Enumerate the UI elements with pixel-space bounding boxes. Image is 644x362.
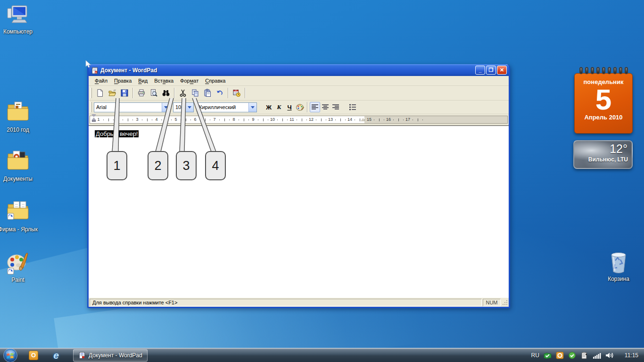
num-lock-indicator: NUM [483,299,501,306]
toolbar-grip[interactable] [91,88,92,98]
new-button[interactable] [94,87,106,99]
toolbar-separator [132,88,133,98]
menu-item-3[interactable]: Вид [135,77,151,84]
chevron-down-icon[interactable] [185,103,193,112]
weather-temperature: 12° [610,142,627,156]
cut-button[interactable] [177,87,189,99]
desktop-icon-computer[interactable]: Компьютер [0,3,38,35]
tray-action-center-icon[interactable] [580,352,588,359]
desktop-icon-firma-shortcut[interactable]: Фирма - Ярлык [0,199,38,233]
computer-icon [0,3,38,27]
desktop-icon-label: Компьютер [0,28,38,35]
date-time-button[interactable]: 12 [231,87,242,99]
desktop-icon-label: Paint [0,277,38,284]
palette-icon [296,103,304,111]
wordpad-window: a Документ - WordPad _ ❐ ✕ ФайлПравкаВид… [87,64,510,308]
bullets-icon [349,104,356,110]
system-tray: RU 11:15 [531,352,644,359]
save-button[interactable] [119,87,130,99]
title-bar[interactable]: a Документ - WordPad _ ❐ ✕ [89,64,509,76]
menu-item-6[interactable]: Справка [202,77,229,84]
right-indent-marker[interactable] [361,118,365,121]
font-size-combo[interactable]: 10 [173,102,194,112]
left-indent-marker[interactable] [92,120,96,122]
font-name-value: Arial [94,103,162,112]
undo-button[interactable] [214,87,225,99]
desktop-icon-folder-2010[interactable]: 2010 год [0,100,38,134]
desktop-icon-recycle-bin[interactable]: Корзина [599,250,638,283]
font-size-value: 10 [173,103,185,112]
desktop-icon-paint[interactable]: Paint [0,251,38,284]
menu-item-5[interactable]: Формат [177,77,202,84]
font-name-combo[interactable]: Arial [94,102,170,112]
undo-icon [215,89,224,97]
status-text: Для вывода справки нажмите <F1> [90,299,482,306]
close-button[interactable]: ✕ [497,66,507,75]
print-preview-icon [149,89,158,97]
callout-2-cut: 2 [148,151,168,180]
maximize-button[interactable]: ❐ [486,66,496,75]
calendar-month-year: Апрель 2010 [575,114,632,121]
print-button[interactable] [136,87,147,99]
format-toolbar: Arial 10 Кириллический Ж К Ч [89,101,509,114]
resize-grip[interactable] [502,299,508,305]
toolbar-grip[interactable] [91,102,92,112]
language-indicator[interactable]: RU [531,352,539,359]
volume-icon[interactable] [605,352,614,359]
toolbar-separator [228,88,229,98]
desktop-icon-label: Корзина [599,276,638,283]
desktop-icon-documents[interactable]: Документы [0,149,38,183]
taskbar-clock[interactable]: 11:15 [625,352,638,359]
start-button[interactable] [2,347,18,362]
align-right-button[interactable] [330,102,341,112]
folder-shortcut-icon [0,199,38,225]
open-button[interactable] [107,87,118,99]
menu-item-1[interactable]: Файл [91,77,111,84]
find-button[interactable] [160,87,172,99]
cut-scissors-icon [179,89,187,97]
open-folder-icon [108,89,116,97]
align-center-button[interactable] [320,102,330,112]
tray-outlook-icon[interactable] [556,352,564,359]
first-line-indent-marker[interactable] [91,114,96,117]
bold-button[interactable]: Ж [264,102,274,112]
tray-security-icon[interactable] [568,352,576,359]
desktop-icon-label: 2010 год [0,126,38,134]
network-signal-icon[interactable] [593,352,601,359]
date-time-icon: 12 [232,89,241,97]
print-preview-button[interactable] [148,87,159,99]
desktop-icon-label: Документы [0,176,38,183]
chevron-down-icon[interactable] [162,103,170,112]
callout-4-paste: 4 [205,151,226,180]
font-color-button[interactable] [295,102,305,112]
minimize-button[interactable]: _ [475,66,485,75]
align-right-icon [332,104,339,110]
underline-button[interactable]: Ч [284,102,295,112]
paste-button[interactable] [202,87,213,99]
script-combo[interactable]: Кириллический [197,102,257,112]
toolbar-separator [307,102,308,112]
svg-text:12: 12 [235,90,237,92]
bullets-button[interactable] [347,102,358,112]
status-bar: Для вывода справки нажмите <F1> NUM [89,298,509,307]
callout-3-copy: 3 [176,151,197,180]
align-left-button[interactable] [310,102,320,112]
calendar-gadget[interactable]: понедельник 5 Апрель 2010 [574,67,633,134]
outlook-icon: O [29,351,38,360]
copy-button[interactable] [190,87,201,99]
menu-item-4[interactable]: Вставка [151,77,177,84]
tray-activation-icon[interactable] [544,352,552,359]
standard-toolbar: 12 [89,86,509,101]
taskbar-button-wordpad[interactable]: Документ - WordPad [73,349,148,362]
italic-button[interactable]: К [274,102,284,112]
quicklaunch-internet-explorer[interactable]: e [50,349,62,362]
menu-item-2[interactable]: Правка [111,77,135,84]
desktop-icon-label: Фирма - Ярлык [0,226,38,233]
weather-gadget[interactable]: 12° Вильнюс, LTU [573,140,633,169]
taskbar: O e Документ - WordPad RU [0,348,644,362]
quicklaunch-outlook[interactable]: O [27,349,40,362]
svg-text:a: a [95,70,97,73]
ruler[interactable]: 1234567891011121314151617 [89,114,509,126]
internet-explorer-icon: e [53,350,59,361]
chevron-down-icon[interactable] [248,103,256,112]
